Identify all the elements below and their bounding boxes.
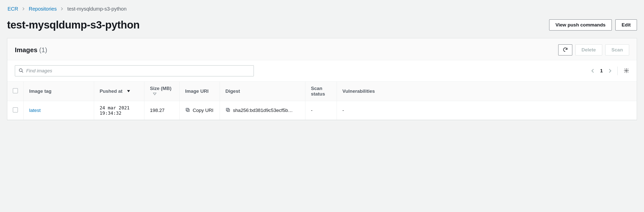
sort-desc-icon	[127, 88, 130, 94]
pagination: 1	[590, 67, 629, 75]
images-table: Image tag Pushed at Size (MB) Image URI …	[7, 81, 637, 120]
copy-uri-label: Copy URI	[193, 108, 213, 113]
svg-rect-4	[186, 108, 188, 111]
size-value: 198.27	[144, 101, 180, 120]
gear-icon	[624, 68, 629, 74]
col-digest[interactable]: Digest	[220, 82, 305, 101]
svg-rect-3	[187, 109, 189, 111]
breadcrumb-current: test-mysqldump-s3-python	[67, 6, 127, 12]
svg-point-0	[19, 69, 22, 72]
prev-page-button[interactable]	[590, 69, 595, 73]
copy-uri-button[interactable]: Copy URI	[185, 107, 214, 114]
vulnerabilities-value: -	[337, 101, 637, 120]
page-header: test-mysqldump-s3-python View push comma…	[7, 19, 637, 31]
svg-rect-6	[226, 108, 229, 111]
col-scan-status[interactable]: Scan status	[305, 82, 337, 101]
page-title: test-mysqldump-s3-python	[7, 19, 140, 31]
copy-icon[interactable]	[225, 107, 230, 114]
view-push-commands-button[interactable]: View push commands	[549, 19, 612, 31]
search-input-wrap[interactable]	[15, 65, 254, 76]
image-tag-link[interactable]: latest	[29, 108, 41, 113]
edit-button[interactable]: Edit	[615, 19, 637, 31]
svg-point-2	[626, 70, 627, 71]
page-number: 1	[600, 68, 603, 74]
col-select-all	[7, 82, 24, 101]
scan-status-value: -	[305, 101, 337, 120]
refresh-icon	[562, 47, 568, 53]
pushed-at-value: 24 mar 2021 19:34:32	[94, 101, 144, 120]
col-image-uri[interactable]: Image URI	[180, 82, 220, 101]
col-pushed-at[interactable]: Pushed at	[94, 82, 144, 101]
col-pushed-label: Pushed at	[100, 88, 123, 94]
scan-button[interactable]: Scan	[605, 44, 629, 55]
row-checkbox[interactable]	[13, 107, 18, 112]
digest-value: sha256:bd381d9c53ecf5b…	[233, 108, 293, 113]
divider	[617, 67, 618, 75]
svg-line-1	[22, 71, 23, 72]
chevron-right-icon	[22, 6, 25, 12]
panel-title-text: Images	[15, 46, 37, 54]
panel-count: (1)	[39, 46, 47, 54]
col-size[interactable]: Size (MB)	[144, 82, 180, 101]
col-size-label: Size (MB)	[150, 86, 172, 91]
search-input[interactable]	[26, 68, 250, 74]
table-row: latest 24 mar 2021 19:34:32 198.27 Copy …	[7, 101, 637, 120]
images-panel: Images (1) Delete Scan 1	[7, 38, 637, 120]
copy-icon	[185, 107, 190, 114]
col-vulnerabilities[interactable]: Vulnerabilities	[337, 82, 637, 101]
delete-button[interactable]: Delete	[575, 44, 602, 55]
refresh-button[interactable]	[558, 44, 572, 55]
breadcrumb-ecr[interactable]: ECR	[8, 6, 18, 12]
sort-neutral-icon	[153, 91, 156, 97]
select-all-checkbox[interactable]	[13, 88, 18, 93]
breadcrumb: ECR Repositories test-mysqldump-s3-pytho…	[8, 6, 637, 12]
panel-title: Images (1)	[15, 46, 47, 54]
col-image-tag[interactable]: Image tag	[24, 82, 94, 101]
breadcrumb-repositories[interactable]: Repositories	[29, 6, 57, 12]
svg-rect-5	[227, 109, 230, 111]
next-page-button[interactable]	[608, 69, 612, 73]
settings-button[interactable]	[623, 68, 629, 74]
chevron-right-icon	[60, 6, 64, 12]
search-icon	[19, 68, 24, 74]
